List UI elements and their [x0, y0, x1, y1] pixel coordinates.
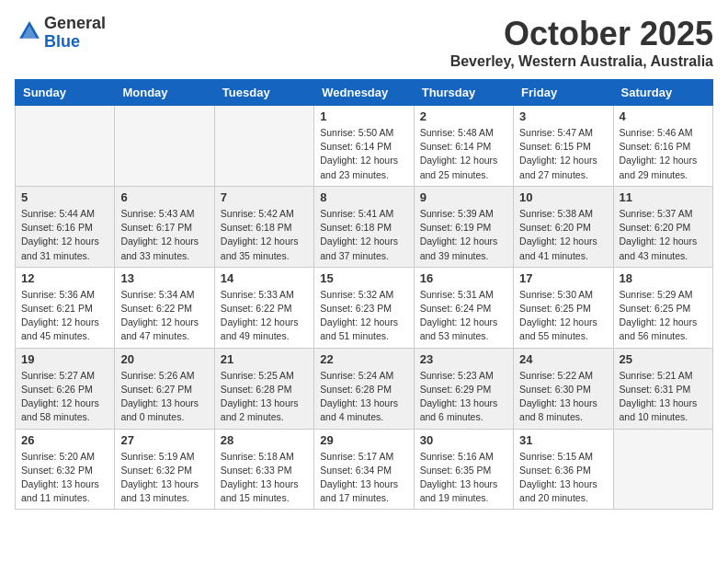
weekday-header-saturday: Saturday: [613, 80, 712, 106]
day-number: 15: [320, 271, 407, 285]
day-info: Sunrise: 5:50 AM Sunset: 6:14 PM Dayligh…: [320, 126, 407, 182]
logo-icon: [17, 18, 42, 44]
day-info: Sunrise: 5:46 AM Sunset: 6:16 PM Dayligh…: [620, 126, 707, 182]
day-info: Sunrise: 5:22 AM Sunset: 6:30 PM Dayligh…: [519, 369, 607, 425]
calendar-day-cell: 13Sunrise: 5:34 AM Sunset: 6:22 PM Dayli…: [115, 267, 214, 348]
day-info: Sunrise: 5:25 AM Sunset: 6:28 PM Dayligh…: [221, 369, 308, 425]
day-number: 4: [620, 109, 707, 123]
day-info: Sunrise: 5:26 AM Sunset: 6:27 PM Dayligh…: [120, 369, 208, 425]
calendar-day-cell: 18Sunrise: 5:29 AM Sunset: 6:25 PM Dayli…: [613, 267, 712, 348]
day-number: 3: [519, 109, 607, 123]
calendar-day-cell: [613, 429, 712, 510]
day-info: Sunrise: 5:23 AM Sunset: 6:29 PM Dayligh…: [420, 369, 507, 425]
weekday-header-friday: Friday: [514, 80, 613, 106]
day-number: 9: [420, 190, 507, 204]
calendar-day-cell: 28Sunrise: 5:18 AM Sunset: 6:33 PM Dayli…: [214, 429, 313, 510]
weekday-header-monday: Monday: [115, 80, 214, 106]
day-info: Sunrise: 5:17 AM Sunset: 6:34 PM Dayligh…: [320, 450, 407, 506]
calendar-day-cell: 2Sunrise: 5:48 AM Sunset: 6:14 PM Daylig…: [414, 106, 513, 187]
day-number: 22: [320, 352, 407, 366]
title-block: October 2025 Beverley, Western Australia…: [450, 15, 713, 70]
day-number: 19: [21, 352, 108, 366]
logo: General Blue: [15, 15, 106, 52]
day-info: Sunrise: 5:33 AM Sunset: 6:22 PM Dayligh…: [221, 288, 308, 344]
day-number: 6: [120, 190, 208, 204]
day-info: Sunrise: 5:18 AM Sunset: 6:33 PM Dayligh…: [221, 450, 308, 506]
day-info: Sunrise: 5:47 AM Sunset: 6:15 PM Dayligh…: [519, 126, 607, 182]
day-number: 14: [221, 271, 308, 285]
calendar-day-cell: [16, 106, 115, 187]
day-info: Sunrise: 5:44 AM Sunset: 6:16 PM Dayligh…: [21, 207, 108, 263]
day-info: Sunrise: 5:39 AM Sunset: 6:19 PM Dayligh…: [420, 207, 507, 263]
day-info: Sunrise: 5:34 AM Sunset: 6:22 PM Dayligh…: [120, 288, 208, 344]
day-info: Sunrise: 5:21 AM Sunset: 6:31 PM Dayligh…: [620, 369, 707, 425]
day-info: Sunrise: 5:38 AM Sunset: 6:20 PM Dayligh…: [519, 207, 607, 263]
day-number: 1: [320, 109, 407, 123]
day-number: 20: [120, 352, 208, 366]
logo-text: General Blue: [44, 15, 106, 52]
calendar-day-cell: 11Sunrise: 5:37 AM Sunset: 6:20 PM Dayli…: [613, 186, 712, 267]
calendar-day-cell: 9Sunrise: 5:39 AM Sunset: 6:19 PM Daylig…: [414, 186, 513, 267]
calendar-day-cell: 3Sunrise: 5:47 AM Sunset: 6:15 PM Daylig…: [514, 106, 613, 187]
day-number: 30: [420, 433, 507, 447]
calendar-day-cell: 10Sunrise: 5:38 AM Sunset: 6:20 PM Dayli…: [514, 186, 613, 267]
day-number: 29: [320, 433, 407, 447]
day-info: Sunrise: 5:30 AM Sunset: 6:25 PM Dayligh…: [519, 288, 607, 344]
calendar-day-cell: 20Sunrise: 5:26 AM Sunset: 6:27 PM Dayli…: [115, 348, 214, 429]
calendar-week-row: 5Sunrise: 5:44 AM Sunset: 6:16 PM Daylig…: [16, 186, 713, 267]
calendar-day-cell: 30Sunrise: 5:16 AM Sunset: 6:35 PM Dayli…: [414, 429, 513, 510]
weekday-header-row: SundayMondayTuesdayWednesdayThursdayFrid…: [16, 80, 713, 106]
calendar-day-cell: 6Sunrise: 5:43 AM Sunset: 6:17 PM Daylig…: [115, 186, 214, 267]
day-number: 17: [519, 271, 607, 285]
calendar-day-cell: [115, 106, 214, 187]
day-info: Sunrise: 5:41 AM Sunset: 6:18 PM Dayligh…: [320, 207, 407, 263]
day-info: Sunrise: 5:15 AM Sunset: 6:36 PM Dayligh…: [519, 450, 607, 506]
calendar-week-row: 12Sunrise: 5:36 AM Sunset: 6:21 PM Dayli…: [16, 267, 713, 348]
day-info: Sunrise: 5:27 AM Sunset: 6:26 PM Dayligh…: [21, 369, 108, 425]
calendar-day-cell: 4Sunrise: 5:46 AM Sunset: 6:16 PM Daylig…: [613, 106, 712, 187]
calendar-day-cell: 29Sunrise: 5:17 AM Sunset: 6:34 PM Dayli…: [314, 429, 414, 510]
month-title: October 2025: [450, 15, 713, 53]
calendar-day-cell: 24Sunrise: 5:22 AM Sunset: 6:30 PM Dayli…: [514, 348, 613, 429]
day-number: 11: [620, 190, 707, 204]
calendar-day-cell: 14Sunrise: 5:33 AM Sunset: 6:22 PM Dayli…: [214, 267, 313, 348]
day-info: Sunrise: 5:42 AM Sunset: 6:18 PM Dayligh…: [221, 207, 308, 263]
calendar-week-row: 1Sunrise: 5:50 AM Sunset: 6:14 PM Daylig…: [16, 106, 713, 187]
calendar-day-cell: 23Sunrise: 5:23 AM Sunset: 6:29 PM Dayli…: [414, 348, 513, 429]
day-number: 13: [120, 271, 208, 285]
calendar-week-row: 19Sunrise: 5:27 AM Sunset: 6:26 PM Dayli…: [16, 348, 713, 429]
calendar-day-cell: 26Sunrise: 5:20 AM Sunset: 6:32 PM Dayli…: [16, 429, 115, 510]
day-number: 23: [420, 352, 507, 366]
calendar-day-cell: 8Sunrise: 5:41 AM Sunset: 6:18 PM Daylig…: [314, 186, 414, 267]
day-info: Sunrise: 5:32 AM Sunset: 6:23 PM Dayligh…: [320, 288, 407, 344]
day-number: 7: [221, 190, 308, 204]
calendar-day-cell: 15Sunrise: 5:32 AM Sunset: 6:23 PM Dayli…: [314, 267, 414, 348]
day-number: 26: [21, 433, 108, 447]
day-number: 31: [519, 433, 607, 447]
day-info: Sunrise: 5:19 AM Sunset: 6:32 PM Dayligh…: [120, 450, 208, 506]
day-number: 24: [519, 352, 607, 366]
page-header: General Blue October 2025 Beverley, West…: [15, 15, 713, 70]
calendar-week-row: 26Sunrise: 5:20 AM Sunset: 6:32 PM Dayli…: [16, 429, 713, 510]
day-info: Sunrise: 5:37 AM Sunset: 6:20 PM Dayligh…: [620, 207, 707, 263]
calendar-day-cell: 21Sunrise: 5:25 AM Sunset: 6:28 PM Dayli…: [214, 348, 313, 429]
day-info: Sunrise: 5:29 AM Sunset: 6:25 PM Dayligh…: [620, 288, 707, 344]
day-info: Sunrise: 5:20 AM Sunset: 6:32 PM Dayligh…: [21, 450, 108, 506]
day-number: 10: [519, 190, 607, 204]
day-number: 5: [21, 190, 108, 204]
location: Beverley, Western Australia, Australia: [450, 53, 713, 70]
day-number: 28: [221, 433, 308, 447]
weekday-header-thursday: Thursday: [414, 80, 513, 106]
weekday-header-wednesday: Wednesday: [314, 80, 414, 106]
day-info: Sunrise: 5:16 AM Sunset: 6:35 PM Dayligh…: [420, 450, 507, 506]
calendar-day-cell: 31Sunrise: 5:15 AM Sunset: 6:36 PM Dayli…: [514, 429, 613, 510]
day-info: Sunrise: 5:48 AM Sunset: 6:14 PM Dayligh…: [420, 126, 507, 182]
weekday-header-tuesday: Tuesday: [214, 80, 313, 106]
day-number: 21: [221, 352, 308, 366]
day-number: 2: [420, 109, 507, 123]
calendar-table: SundayMondayTuesdayWednesdayThursdayFrid…: [15, 79, 713, 510]
day-info: Sunrise: 5:43 AM Sunset: 6:17 PM Dayligh…: [120, 207, 208, 263]
calendar-day-cell: 7Sunrise: 5:42 AM Sunset: 6:18 PM Daylig…: [214, 186, 313, 267]
day-number: 8: [320, 190, 407, 204]
calendar-day-cell: 19Sunrise: 5:27 AM Sunset: 6:26 PM Dayli…: [16, 348, 115, 429]
